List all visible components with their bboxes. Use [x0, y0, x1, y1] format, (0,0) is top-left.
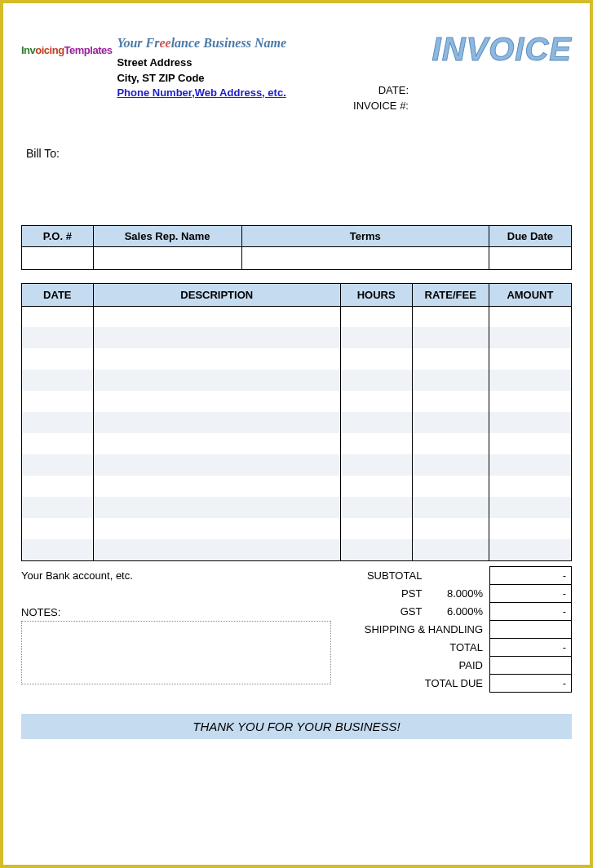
gst-value: - — [490, 602, 572, 620]
item-row — [22, 433, 572, 454]
paid-label: PAID — [343, 656, 490, 674]
totals-left: Your Bank account, etc. NOTES: — [21, 566, 335, 693]
invoice-number-label: INVOICE #: — [21, 98, 409, 114]
header-description: DESCRIPTION — [93, 283, 340, 306]
logo-part-3: Templates — [64, 44, 113, 56]
subtotal-value: - — [490, 566, 572, 584]
invoice-title: INVOICE — [432, 31, 572, 100]
item-row — [22, 370, 572, 391]
cell-po — [22, 246, 94, 269]
item-row — [22, 476, 572, 497]
pst-value: - — [490, 584, 572, 602]
shipping-label: SHIPPING & HANDLING — [343, 620, 490, 638]
info-table: P.O. # Sales Rep. Name Terms Due Date — [21, 225, 572, 270]
logo-part-1: Inv — [21, 44, 35, 56]
header-sales-rep: Sales Rep. Name — [93, 225, 241, 246]
shipping-value — [490, 620, 572, 638]
item-row — [22, 391, 572, 412]
contact-line: Phone Number,Web Address, etc. — [117, 86, 286, 100]
totals-table: SUBTOTAL- PST8.000%- GST6.000%- SHIPPING… — [343, 566, 572, 693]
pst-label: PST — [343, 584, 428, 602]
cell-terms — [241, 246, 489, 269]
header-item-date: DATE — [22, 283, 94, 306]
notes-box — [21, 621, 331, 684]
item-row — [22, 518, 572, 539]
business-info: Your Freelance Business Name Street Addr… — [117, 20, 286, 100]
cell-due-date — [489, 246, 571, 269]
totals-area: Your Bank account, etc. NOTES: SUBTOTAL-… — [21, 566, 572, 693]
total-label: TOTAL — [343, 638, 490, 656]
header-terms: Terms — [241, 225, 489, 246]
bill-to-label: Bill To: — [26, 147, 572, 160]
notes-label: NOTES: — [21, 606, 335, 618]
business-name: Your Freelance Business Name — [117, 34, 286, 52]
header-po: P.O. # — [22, 225, 94, 246]
subtotal-label: SUBTOTAL — [343, 566, 428, 584]
logo-part-2: oicing — [35, 44, 64, 56]
total-due-label: TOTAL DUE — [343, 674, 490, 692]
item-row — [22, 412, 572, 433]
header-left: InvoicingTemplates Your Freelance Busine… — [21, 20, 286, 100]
paid-value — [490, 656, 572, 674]
total-value: - — [490, 638, 572, 656]
item-row — [22, 306, 572, 327]
item-row — [22, 348, 572, 370]
item-row — [22, 327, 572, 348]
header-hours: HOURS — [340, 283, 412, 306]
logo: InvoicingTemplates — [21, 42, 112, 57]
street-address: Street Address — [117, 55, 286, 70]
gst-label: GST — [343, 602, 428, 620]
total-due-value: - — [490, 674, 572, 692]
item-row — [22, 454, 572, 476]
totals-right: SUBTOTAL- PST8.000%- GST6.000%- SHIPPING… — [343, 566, 572, 693]
cell-sales-rep — [93, 246, 241, 269]
city-state-zip: City, ST ZIP Code — [117, 71, 286, 86]
invoice-document: InvoicingTemplates Your Freelance Busine… — [0, 0, 593, 868]
item-row — [22, 497, 572, 518]
header-amount: AMOUNT — [489, 283, 571, 306]
bank-info: Your Bank account, etc. — [21, 569, 335, 582]
header-rate: RATE/FEE — [412, 283, 489, 306]
item-row — [22, 539, 572, 560]
items-table: DATE DESCRIPTION HOURS RATE/FEE AMOUNT — [21, 283, 572, 561]
pst-rate: 8.000% — [428, 584, 489, 602]
header-due-date: Due Date — [489, 225, 571, 246]
thank-you-message: THANK YOU FOR YOUR BUSINESS! — [21, 714, 572, 739]
gst-rate: 6.000% — [428, 602, 489, 620]
